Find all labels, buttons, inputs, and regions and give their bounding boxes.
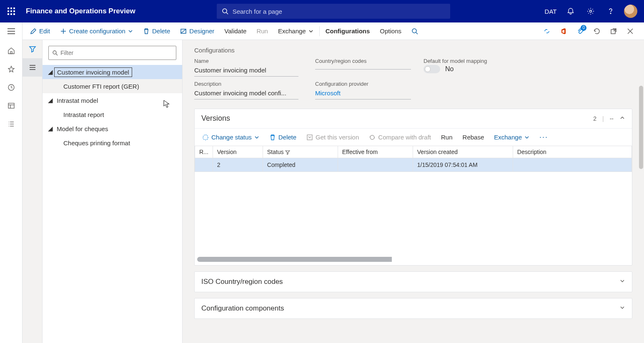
chevron-down-icon bbox=[128, 29, 133, 34]
col-description[interactable]: Description bbox=[513, 146, 631, 158]
attachments-icon[interactable]: 0 bbox=[572, 22, 588, 40]
versions-table-wrap[interactable]: R... Version Status Effective from Versi… bbox=[195, 146, 632, 255]
trash-icon bbox=[269, 134, 276, 141]
recent-icon[interactable] bbox=[3, 79, 20, 96]
header-right: DAT bbox=[541, 0, 640, 22]
table-row[interactable]: 2 Completed 1/15/2019 07:54:01 AM bbox=[195, 158, 632, 172]
tree-item-cheques-model[interactable]: ◢ Model for cheques bbox=[43, 122, 182, 136]
favorites-icon[interactable] bbox=[3, 61, 20, 77]
validate-button[interactable]: Validate bbox=[219, 22, 251, 40]
modules-icon[interactable] bbox=[3, 116, 20, 132]
col-created[interactable]: Version created bbox=[413, 146, 513, 158]
name-value[interactable]: Customer invoicing model bbox=[194, 65, 298, 77]
exchange-button[interactable]: Exchange bbox=[273, 22, 318, 40]
page-title: Configurations bbox=[194, 47, 632, 54]
caret-icon[interactable]: ◢ bbox=[47, 68, 54, 76]
app-title: Finance and Operations Preview bbox=[26, 7, 135, 15]
tree-label: Customer FTI report (GER) bbox=[61, 82, 142, 91]
designer-button[interactable]: Designer bbox=[175, 22, 219, 40]
filter-input[interactable] bbox=[60, 50, 173, 56]
default-mapping-toggle[interactable] bbox=[423, 65, 440, 73]
more-actions-icon[interactable]: ··· bbox=[535, 130, 552, 144]
search-box[interactable] bbox=[217, 4, 450, 19]
create-config-button[interactable]: Create configuration bbox=[55, 22, 138, 40]
company-picker[interactable]: DAT bbox=[541, 0, 560, 22]
run-label: Run bbox=[256, 27, 268, 35]
version-exchange-button[interactable]: Exchange bbox=[490, 131, 534, 143]
validate-label: Validate bbox=[224, 27, 246, 35]
filter-icon[interactable] bbox=[23, 40, 43, 58]
list-tree-icon[interactable] bbox=[23, 58, 43, 77]
run-button: Run bbox=[251, 22, 273, 40]
edit-button[interactable]: Edit bbox=[25, 22, 55, 40]
svg-line-10 bbox=[226, 12, 228, 14]
options-tab[interactable]: Options bbox=[375, 22, 406, 40]
tree-item-customer-invoicing[interactable]: ◢ Customer invoicing model bbox=[43, 65, 182, 79]
col-r[interactable]: R... bbox=[195, 146, 213, 158]
designer-icon bbox=[180, 28, 187, 35]
chevron-down-icon bbox=[254, 135, 259, 140]
popout-icon[interactable] bbox=[606, 22, 621, 40]
svg-rect-42 bbox=[307, 135, 312, 140]
svg-line-21 bbox=[416, 32, 418, 34]
tree-pane: ◢ Customer invoicing model Customer FTI … bbox=[43, 40, 183, 343]
country-value[interactable] bbox=[315, 65, 411, 70]
col-status[interactable]: Status bbox=[263, 146, 338, 158]
home-icon[interactable] bbox=[3, 42, 20, 59]
version-run-button[interactable]: Run bbox=[437, 131, 457, 143]
tree-item-intrastat-report[interactable]: Intrastat report bbox=[43, 107, 182, 122]
refresh-icon[interactable] bbox=[589, 22, 605, 40]
cell-description bbox=[513, 158, 631, 172]
help-icon[interactable] bbox=[601, 0, 620, 22]
svg-point-12 bbox=[610, 13, 611, 14]
svg-rect-3 bbox=[8, 10, 9, 12]
change-status-button[interactable]: Change status bbox=[198, 131, 263, 143]
find-button[interactable] bbox=[406, 22, 423, 40]
nav-toggle-button[interactable] bbox=[0, 22, 23, 40]
app-header: Finance and Operations Preview DAT bbox=[0, 0, 644, 22]
tree-label: Model for cheques bbox=[54, 124, 110, 133]
workspaces-icon[interactable] bbox=[3, 97, 20, 114]
provider-value[interactable]: Microsoft bbox=[315, 88, 411, 99]
chevron-up-icon[interactable] bbox=[619, 115, 625, 122]
rebase-button[interactable]: Rebase bbox=[459, 131, 489, 143]
svg-point-39 bbox=[53, 51, 56, 54]
svg-rect-0 bbox=[8, 7, 9, 9]
separator bbox=[319, 26, 320, 36]
app-launcher-icon[interactable] bbox=[4, 7, 18, 15]
caret-icon[interactable]: ◢ bbox=[47, 97, 54, 104]
desc-value[interactable]: Customer invoicing model confi... bbox=[194, 88, 298, 99]
svg-rect-8 bbox=[13, 13, 15, 15]
exchange-label: Exchange bbox=[278, 27, 306, 35]
tree-label: Customer invoicing model bbox=[54, 67, 132, 77]
configurations-tab[interactable]: Configurations bbox=[321, 22, 375, 40]
iso-title: ISO Country/region codes bbox=[201, 278, 283, 286]
tree-label: Intrastat model bbox=[54, 96, 100, 105]
tree-item-customer-fti[interactable]: Customer FTI report (GER) bbox=[43, 79, 182, 93]
version-delete-button[interactable]: Delete bbox=[265, 131, 301, 143]
left-nav-rail bbox=[0, 40, 23, 343]
status-icon bbox=[202, 134, 209, 141]
designer-label: Designer bbox=[189, 27, 214, 35]
gear-icon[interactable] bbox=[581, 0, 600, 22]
office-icon[interactable] bbox=[556, 22, 571, 40]
chevron-down-icon bbox=[619, 305, 625, 311]
chevron-down-icon bbox=[524, 135, 529, 140]
col-version[interactable]: Version bbox=[213, 146, 263, 158]
col-effective[interactable]: Effective from bbox=[338, 146, 413, 158]
filter-box[interactable] bbox=[48, 46, 176, 60]
horizontal-scrollbar[interactable] bbox=[197, 257, 629, 262]
tree-item-intrastat-model[interactable]: ◢ Intrastat model bbox=[43, 93, 182, 107]
link-icon[interactable] bbox=[539, 22, 555, 40]
search-input[interactable] bbox=[233, 8, 445, 15]
close-icon[interactable] bbox=[622, 22, 638, 40]
components-section[interactable]: Configuration components bbox=[194, 298, 632, 319]
caret-icon[interactable]: ◢ bbox=[47, 125, 54, 132]
iso-section[interactable]: ISO Country/region codes bbox=[194, 271, 632, 292]
avatar[interactable] bbox=[624, 5, 637, 18]
notifications-icon[interactable] bbox=[561, 0, 580, 22]
tree-item-cheques-format[interactable]: Cheques printing format bbox=[43, 136, 182, 150]
delete-button[interactable]: Delete bbox=[138, 22, 175, 40]
cell-status: Completed bbox=[263, 158, 338, 172]
vertical-scrollbar[interactable] bbox=[639, 86, 643, 169]
